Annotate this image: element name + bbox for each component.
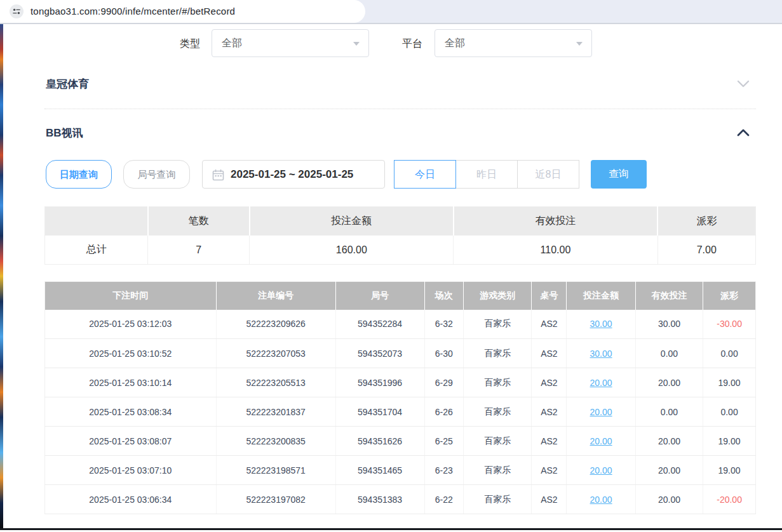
bet-amount-link[interactable]: 20.00	[567, 427, 636, 456]
game-type-cell: 百家乐	[464, 310, 532, 339]
caret-down-icon	[576, 42, 583, 46]
bet-no-cell: 522223209626	[216, 310, 335, 339]
summary-table: 笔数 投注金额 有效投注 派彩 总计 7 160.00 110.00 7.00	[44, 206, 756, 265]
search-button[interactable]: 查询	[591, 160, 647, 189]
date-query-button[interactable]: 日期查询	[46, 160, 112, 189]
bet-time-cell: 2025-01-25 03:08:07	[45, 427, 217, 456]
today-button[interactable]: 今日	[394, 160, 456, 189]
summary-count-value: 7	[148, 236, 250, 265]
window-bottom-edge	[0, 528, 782, 530]
col-header-bet-no: 注单编号	[216, 282, 335, 310]
table-row: 2025-01-25 03:12:03522223209626594352284…	[45, 310, 756, 339]
table-row: 2025-01-25 03:08:07522223200835594351626…	[45, 427, 756, 456]
bet-records-table: 下注时间 注单编号 局号 场次 游戏类别 桌号 投注金额 有效投注 派彩 202…	[44, 281, 756, 514]
section-divider	[44, 109, 756, 109]
table-no-cell: AS2	[532, 368, 567, 397]
last-8-days-button[interactable]: 近8日	[517, 160, 579, 189]
session-cell: 6-22	[424, 485, 464, 514]
caret-down-icon	[353, 42, 360, 46]
round-no-cell: 594351465	[335, 456, 424, 485]
bet-amount-link[interactable]: 30.00	[567, 339, 636, 368]
platform-select-value: 全部	[445, 30, 465, 57]
col-header-session: 场次	[424, 282, 464, 310]
bet-amount-link[interactable]: 30.00	[567, 310, 636, 339]
payout-cell: 0.00	[703, 397, 756, 427]
type-select-value: 全部	[222, 30, 242, 57]
col-header-round-no: 局号	[335, 282, 424, 310]
valid-bet-cell: 0.00	[635, 397, 703, 427]
table-row: 2025-01-25 03:10:14522223205513594351996…	[45, 368, 756, 397]
address-url[interactable]: tongbao31.com:9900/infe/mcenter/#/betRec…	[30, 0, 235, 23]
col-header-game-type: 游戏类别	[464, 282, 532, 310]
valid-bet-cell: 20.00	[635, 427, 703, 456]
summary-header-bet-amount: 投注金额	[250, 207, 454, 236]
chevron-down-icon[interactable]	[736, 79, 750, 88]
payout-cell: -20.00	[703, 485, 756, 514]
browser-address-bar: tongbao31.com:9900/infe/mcenter/#/betRec…	[0, 0, 782, 24]
game-type-cell: 百家乐	[464, 427, 532, 456]
summary-valid-bet-value: 110.00	[454, 236, 657, 265]
bet-amount-link[interactable]: 20.00	[567, 485, 636, 514]
summary-header-valid-bet: 有效投注	[454, 207, 657, 236]
chevron-up-icon[interactable]	[736, 128, 750, 137]
round-no-cell: 594351626	[335, 427, 424, 456]
bet-time-cell: 2025-01-25 03:08:34	[45, 397, 217, 427]
col-header-bet-time: 下注时间	[45, 282, 217, 310]
col-header-valid-bet: 有效投注	[635, 282, 703, 310]
session-cell: 6-26	[424, 397, 464, 427]
bet-no-cell: 522223198571	[216, 456, 335, 485]
valid-bet-cell: 20.00	[635, 485, 703, 514]
bet-amount-link[interactable]: 20.00	[567, 397, 636, 427]
game-type-cell: 百家乐	[464, 397, 532, 427]
round-query-button[interactable]: 局号查询	[123, 160, 190, 189]
valid-bet-cell: 20.00	[635, 368, 703, 397]
platform-filter-label: 平台	[402, 30, 422, 58]
table-row: 2025-01-25 03:08:34522223201837594351704…	[45, 397, 756, 427]
valid-bet-cell: 20.00	[635, 456, 703, 485]
payout-cell: 19.00	[703, 456, 756, 485]
bet-no-cell: 522223200835	[216, 427, 335, 456]
summary-header-payout: 派彩	[657, 207, 755, 236]
game-type-cell: 百家乐	[464, 485, 532, 514]
session-cell: 6-30	[424, 339, 464, 368]
table-no-cell: AS2	[532, 456, 567, 485]
type-select[interactable]: 全部	[212, 29, 369, 57]
yesterday-button[interactable]: 昨日	[455, 160, 518, 189]
table-no-cell: AS2	[532, 310, 567, 339]
table-no-cell: AS2	[532, 339, 567, 368]
session-cell: 6-23	[424, 456, 464, 485]
round-no-cell: 594351383	[335, 485, 424, 514]
col-header-table-no: 桌号	[532, 282, 567, 310]
bet-no-cell: 522223197082	[216, 485, 335, 514]
bet-amount-link[interactable]: 20.00	[567, 368, 636, 397]
bet-no-cell: 522223201837	[216, 397, 335, 427]
summary-total-row: 总计 7 160.00 110.00 7.00	[45, 236, 756, 265]
valid-bet-cell: 0.00	[635, 339, 703, 368]
session-cell: 6-29	[424, 368, 464, 397]
site-settings-button[interactable]	[10, 4, 24, 18]
summary-header-count: 笔数	[148, 207, 250, 236]
round-no-cell: 594351704	[335, 397, 424, 427]
game-type-cell: 百家乐	[464, 456, 532, 485]
section-title-bb-video: BB视讯	[46, 126, 83, 140]
payout-cell: 19.00	[703, 368, 756, 397]
payout-cell: -30.00	[703, 310, 756, 339]
platform-select[interactable]: 全部	[435, 29, 592, 57]
payout-cell: 0.00	[703, 339, 756, 368]
calendar-icon	[212, 169, 224, 183]
table-row: 2025-01-25 03:07:10522223198571594351465…	[45, 456, 756, 485]
session-cell: 6-32	[424, 310, 464, 339]
date-range-picker[interactable]: 2025-01-25 ~ 2025-01-25	[202, 160, 385, 189]
session-cell: 6-25	[424, 427, 464, 456]
bet-time-cell: 2025-01-25 03:10:52	[45, 339, 217, 368]
bet-table-header-row: 下注时间 注单编号 局号 场次 游戏类别 桌号 投注金额 有效投注 派彩	[45, 282, 756, 310]
game-type-cell: 百家乐	[464, 339, 532, 368]
background-window-edge	[0, 24, 3, 528]
payout-cell: 19.00	[703, 427, 756, 456]
bet-time-cell: 2025-01-25 03:07:10	[45, 456, 217, 485]
table-no-cell: AS2	[532, 397, 567, 427]
col-header-payout: 派彩	[703, 282, 756, 310]
bet-amount-link[interactable]: 20.00	[567, 456, 636, 485]
summary-header-blank	[45, 207, 148, 236]
round-no-cell: 594352284	[335, 310, 424, 339]
